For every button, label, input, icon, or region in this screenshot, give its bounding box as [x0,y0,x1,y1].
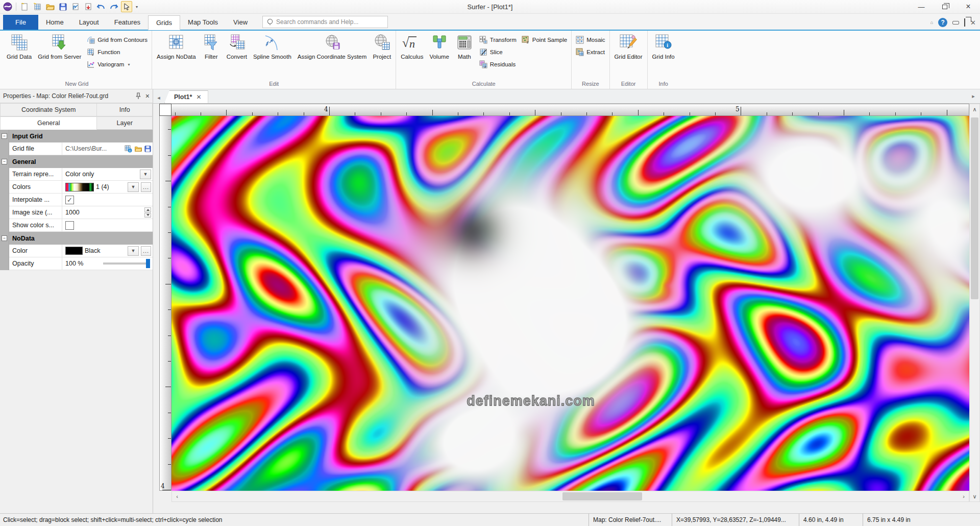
tab-home[interactable]: Home [38,15,71,30]
vertical-scrollbar[interactable]: ∧ ∨ [969,104,980,502]
horizontal-ruler[interactable]: 45 [172,104,969,116]
horizontal-scroll-thumb[interactable] [562,492,642,500]
tab-grids[interactable]: Grids [148,15,180,30]
filter-icon [203,34,220,51]
nodata-color-swatch[interactable] [65,247,83,255]
math-button[interactable]: Math [453,32,476,79]
redo-button[interactable] [108,1,119,12]
nodata-color-dropdown[interactable]: ▼ [128,246,139,256]
residuals-icon: z [479,60,487,68]
scroll-right-arrow[interactable]: › [959,491,969,501]
tab-scroll-left-icon[interactable]: ◂ [153,92,164,103]
mdi-minimize-icon[interactable] [952,21,959,25]
volume-button[interactable]: Volume [427,32,451,79]
export-button[interactable] [70,1,81,12]
new-grid-document-button[interactable] [32,1,43,12]
browse-folder-icon[interactable] [134,146,142,152]
select-tool-button[interactable] [121,1,132,12]
collapse-icon[interactable]: − [2,133,7,139]
undo-button[interactable] [95,1,107,12]
opacity-slider[interactable] [103,257,150,270]
grid-data-button[interactable]: Grid Data [4,32,34,79]
search-box[interactable] [262,16,388,28]
transform-button[interactable]: Transform [477,35,519,45]
color-relief-map[interactable] [172,116,969,491]
filter-button[interactable]: Filter [200,32,223,79]
slice-button[interactable]: Slice [477,47,519,57]
grid-editor-button[interactable]: Grid Editor [612,32,645,79]
ribbon-spacer [679,31,980,89]
new-document-button[interactable] [19,1,30,12]
tab-layer[interactable]: Layer [97,116,153,130]
restore-button[interactable] [933,0,957,13]
grid-info-button[interactable]: i Grid Info [650,32,677,79]
properties-close-icon[interactable]: × [145,92,150,100]
tab-file[interactable]: File [3,15,38,30]
map-view[interactable]: definemekani.com [172,116,969,491]
document-area: ◂ Plot1* ✕ ▸ 45 4 definemekani.com ‹ › ∧ [153,89,980,513]
properties-tabs-row2: General Layer [0,116,153,130]
grid-from-contours-button[interactable]: Grid from Contours [85,35,150,45]
calculus-icon: √n [402,34,422,51]
spline-smooth-button[interactable]: Spline Smooth [251,32,294,79]
grid-file-value[interactable]: C:\Users\Bur... [65,145,107,152]
vertical-ruler[interactable]: 4 [159,116,172,491]
svg-text:n: n [409,37,415,50]
variogram-dropdown-arrow[interactable]: ▾ [128,62,130,67]
point-sample-icon: z [522,36,530,44]
minimize-button[interactable]: — [910,0,933,13]
interpolate-checkbox[interactable]: ✓ [65,196,74,204]
tab-general[interactable]: General [0,116,97,130]
project-button[interactable]: Project [370,32,394,79]
open-button[interactable] [44,1,56,12]
tab-info[interactable]: Info [97,103,153,116]
image-size-spinner[interactable] [144,207,151,218]
save-button[interactable] [57,1,68,12]
colors-more-button[interactable]: ... [141,182,151,192]
tab-coordinate-system[interactable]: Coordinate System [0,103,97,116]
collapse-icon[interactable]: − [2,159,7,164]
vertical-scroll-thumb[interactable] [971,117,978,299]
colors-dropdown[interactable]: ▼ [128,182,139,192]
function-button[interactable]: z Function [85,47,150,57]
variogram-button[interactable]: Variogram ▾ [85,59,150,69]
show-color-scale-checkbox[interactable] [65,221,74,230]
terrain-dropdown[interactable]: ▼ [140,170,151,179]
collapse-icon[interactable]: − [2,235,7,241]
tab-view[interactable]: View [226,15,255,30]
tab-scroll-right-icon[interactable]: ▸ [968,90,979,102]
tab-layout[interactable]: Layout [71,15,107,30]
scroll-up-arrow[interactable]: ∧ [970,104,980,114]
calculus-button[interactable]: √n Calculus [398,32,426,79]
mdi-restore-icon[interactable] [964,19,965,26]
assign-coordinate-system-button[interactable]: Assign Coordinate System [295,32,370,79]
search-input[interactable] [276,18,383,26]
scroll-left-arrow[interactable]: ‹ [172,491,182,501]
terrain-value[interactable]: Color only [65,171,94,178]
close-button[interactable]: × [957,0,980,13]
nodata-color-more-button[interactable]: ... [141,246,151,256]
save-grid-icon[interactable] [144,146,151,152]
tab-close-icon[interactable]: ✕ [196,93,201,101]
extract-button[interactable]: Extract [574,47,607,57]
pin-icon[interactable] [135,92,141,100]
horizontal-scrollbar[interactable]: ‹ › [172,491,969,502]
colormap-preview[interactable] [65,183,94,192]
tab-features[interactable]: Features [107,15,148,30]
scroll-down-arrow[interactable]: ∨ [970,491,980,501]
point-sample-button[interactable]: z Point Sample [520,35,569,45]
convert-button[interactable]: Convert [224,32,250,79]
collapse-ribbon-icon[interactable]: ⌂ [930,20,933,25]
row-grid-file: Grid file C:\Users\Bur... i [0,142,153,155]
help-icon[interactable]: ? [938,18,947,27]
grid-from-server-button[interactable]: Grid from Server [35,32,84,79]
tab-map-tools[interactable]: Map Tools [180,15,226,30]
assign-nodata-button[interactable]: Assign NoData [154,32,199,79]
residuals-button[interactable]: z Residuals [477,59,519,69]
import-button[interactable] [83,1,94,12]
grid-file-info-icon[interactable]: i [125,145,132,153]
mosaic-button[interactable]: Mosaic [574,35,607,45]
document-tab-plot1[interactable]: Plot1* ✕ [164,90,208,103]
qat-more-dropdown[interactable]: ▾ [134,1,140,12]
image-size-value[interactable]: 1000 [65,209,80,216]
